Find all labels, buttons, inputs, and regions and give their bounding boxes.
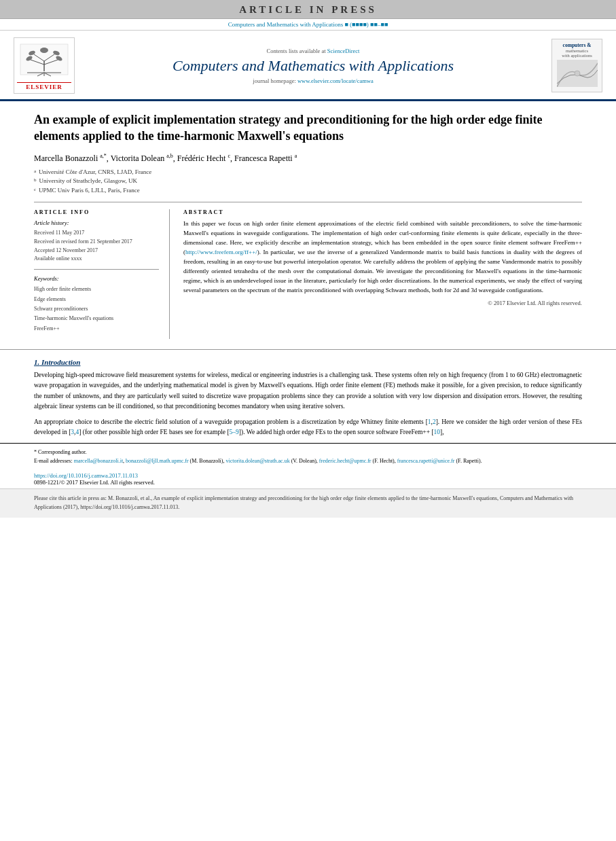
- received-date: Received 11 May 2017: [34, 229, 159, 238]
- article-in-press-banner: ARTICLE IN PRESS: [0, 0, 616, 19]
- mag-subtitle: mathematics: [555, 48, 599, 53]
- intro-section-title: 1. Introduction: [34, 358, 582, 366]
- main-content: An example of explicit implementation st…: [0, 101, 616, 346]
- info-abstract-columns: ARTICLE INFO Article history: Received 1…: [34, 202, 582, 339]
- ref-2[interactable]: 2: [433, 418, 436, 425]
- sciencedirect-link[interactable]: ScienceDirect: [327, 48, 360, 54]
- abstract-column: ABSTRACT In this paper we focus on high …: [183, 209, 582, 339]
- aff-b: University of Strathclyde, Glasgow, UK: [39, 177, 137, 186]
- mag-subsubtitle: with applications: [555, 53, 599, 58]
- keywords-block: Keywords: High order finite elements Edg…: [34, 275, 159, 339]
- keyword-5: FreeFem++: [34, 324, 159, 334]
- affiliations: a Université Côte d'Azur, CNRS, LJAD, Fr…: [34, 168, 582, 196]
- magazine-thumbnail: computers & mathematics with application…: [551, 39, 602, 92]
- email-frederic[interactable]: frederic.hecht@upmc.fr: [319, 458, 372, 464]
- email-label: E-mail addresses:: [34, 458, 73, 464]
- citation-bar: Please cite this article in press as: M.…: [0, 488, 616, 518]
- keyword-1: High order finite elements: [34, 285, 159, 294]
- copyright-line: © 2017 Elsevier Ltd. All rights reserved…: [183, 300, 582, 306]
- contents-text: Contents lists available at: [267, 48, 326, 54]
- ref-1[interactable]: 1: [428, 418, 431, 425]
- journal-header: ELSEVIER Contents lists available at Sci…: [0, 31, 616, 101]
- ref-5-9[interactable]: 5–9: [230, 429, 239, 435]
- doi-link[interactable]: https://doi.org/10.1016/j.camwa.2017.11.…: [34, 472, 138, 479]
- intro-number: 1.: [34, 358, 39, 366]
- email-francesca[interactable]: francesca.rapetti@unice.fr: [397, 458, 455, 464]
- email-marcella[interactable]: marcella@bonazzoli.it: [74, 458, 123, 464]
- issn-text: 0898-1221/© 2017 Elsevier Ltd. All right…: [34, 479, 155, 486]
- elsevier-logo: ELSEVIER: [14, 37, 75, 94]
- paper-title: An example of explicit implementation st…: [34, 111, 582, 145]
- svg-point-16: [575, 71, 580, 76]
- email-bonazzoli[interactable]: bonazzoli@ljll.math.upmc.fr: [126, 458, 188, 464]
- homepage-line: journal homepage: www.elsevier.com/locat…: [81, 77, 545, 84]
- keywords-label: Keywords:: [34, 275, 159, 282]
- journal-link-text: Computers and Mathematics with Applicati…: [228, 21, 343, 28]
- mag-title: computers &: [555, 42, 599, 48]
- elsevier-tree-icon: [17, 41, 71, 81]
- ref-3[interactable]: 3: [71, 429, 74, 435]
- corresponding-author-note: * Corresponding author.: [34, 449, 582, 455]
- article-history-label: Article history:: [34, 219, 159, 226]
- abstract-text: In this paper we focus on high order fin…: [183, 219, 582, 296]
- contents-available-line: Contents lists available at ScienceDirec…: [81, 48, 545, 54]
- intro-para-1: Developing high-speed microwave field me…: [34, 370, 582, 412]
- article-history-block: Article history: Received 11 May 2017 Re…: [34, 219, 159, 270]
- ref-10[interactable]: 10: [434, 429, 441, 435]
- aff-c: UPMC Univ Paris 6, LJLL, Paris, France: [39, 186, 140, 196]
- journal-link-bar: Computers and Mathematics with Applicati…: [0, 19, 616, 31]
- aff-a: Université Côte d'Azur, CNRS, LJAD, Fran…: [39, 168, 151, 177]
- mag-graphic: [557, 60, 598, 87]
- homepage-text: journal homepage:: [253, 77, 296, 84]
- keyword-4: Time-harmonic Maxwell's equations: [34, 314, 159, 323]
- article-info-heading: ARTICLE INFO: [34, 209, 159, 215]
- journal-link[interactable]: Computers and Mathematics with Applicati…: [228, 21, 388, 28]
- journal-info: Contents lists available at ScienceDirec…: [81, 48, 545, 84]
- authors-line: Marcella Bonazzoli a,*, Victorita Dolean…: [34, 153, 582, 164]
- accepted-date: Accepted 12 November 2017: [34, 247, 159, 255]
- email-addresses: E-mail addresses: marcella@bonazzoli.it,…: [34, 458, 582, 464]
- available-online: Available online xxxx: [34, 255, 159, 264]
- revised-date: Received in revised form 21 September 20…: [34, 238, 159, 247]
- freefem-link[interactable]: http://www.freefem.org/ff++/: [185, 249, 257, 255]
- homepage-link[interactable]: www.elsevier.com/locate/camwa: [297, 77, 374, 84]
- doi-bar: https://doi.org/10.1016/j.camwa.2017.11.…: [0, 469, 616, 488]
- keyword-3: Schwarz preconditioners: [34, 304, 159, 314]
- abstract-heading: ABSTRACT: [183, 209, 582, 215]
- intro-para-2: An appropriate choice to describe the el…: [34, 417, 582, 437]
- journal-title: Computers and Mathematics with Applicati…: [81, 57, 545, 75]
- keyword-2: Edge elements: [34, 295, 159, 304]
- article-info-column: ARTICLE INFO Article history: Received 1…: [34, 209, 170, 339]
- svg-point-10: [40, 48, 48, 53]
- email-victorita[interactable]: victorita.dolean@strath.ac.uk: [225, 458, 289, 464]
- ref-4[interactable]: 4: [75, 429, 79, 435]
- footnote-area: * Corresponding author. E-mail addresses…: [0, 443, 616, 469]
- elsevier-brand-text: ELSEVIER: [17, 82, 71, 90]
- intro-title: Introduction: [41, 358, 80, 366]
- body-content: 1. Introduction Developing high-speed mi…: [0, 349, 616, 437]
- journal-link-suffix: ■ (■■■■) ■■–■■: [344, 21, 388, 28]
